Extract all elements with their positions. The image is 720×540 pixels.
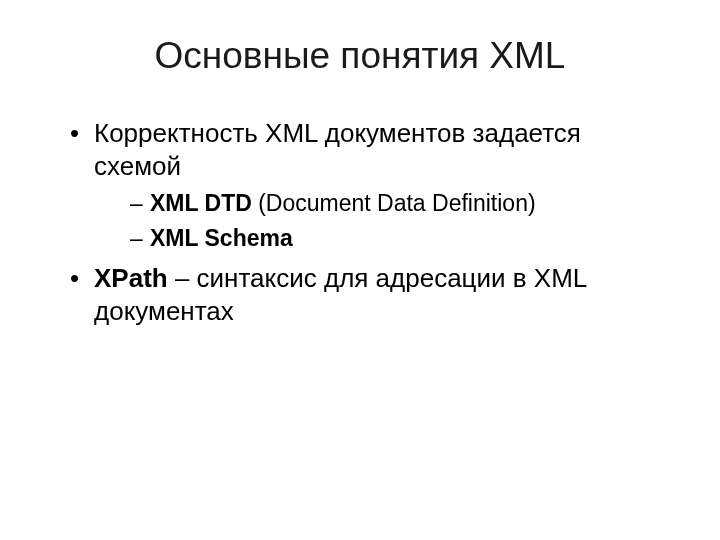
bullet-rest: – синтаксис для адресации в XML документ…: [94, 263, 586, 326]
sub-item-dtd: XML DTD (Document Data Definition): [130, 188, 670, 219]
sub-item-rest: (Document Data Definition): [252, 190, 536, 216]
bullet-item-correctness: Корректность XML документов задается схе…: [70, 117, 670, 254]
bullet-text: Корректность XML документов задается схе…: [94, 118, 581, 181]
bullet-list: Корректность XML документов задается схе…: [50, 117, 670, 327]
slide-title: Основные понятия XML: [50, 35, 670, 77]
sub-item-bold: XML DTD: [150, 190, 252, 216]
sub-item-schema: XML Schema: [130, 223, 670, 254]
sub-item-bold: XML Schema: [150, 225, 293, 251]
bullet-bold: XPath: [94, 263, 168, 293]
sub-list: XML DTD (Document Data Definition) XML S…: [94, 188, 670, 254]
bullet-item-xpath: XPath – синтаксис для адресации в XML до…: [70, 262, 670, 327]
